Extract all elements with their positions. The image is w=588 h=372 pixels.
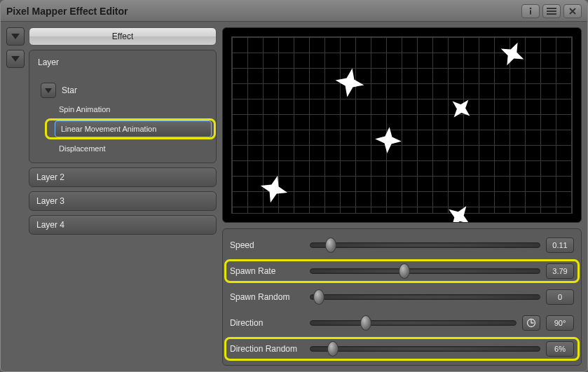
parameter-label: Spawn Rate	[230, 266, 304, 276]
info-button[interactable]	[521, 4, 540, 18]
window-title: Pixel Mapper Effect Editor	[6, 6, 519, 17]
main-area: Speed0.11Spawn Rate3.79Spawn Random0Dire…	[222, 27, 582, 366]
layer-button[interactable]: Layer 2	[29, 167, 217, 187]
parameter-label: Direction Random	[230, 344, 304, 354]
parameter-slider[interactable]	[310, 292, 540, 302]
star-shape	[449, 96, 474, 121]
sidebar: Effect Layer Star Spin AnimationLinear M…	[6, 27, 217, 366]
svg-marker-5	[496, 37, 530, 71]
slider-track	[310, 242, 540, 248]
parameter-label: Spawn Random	[230, 292, 304, 302]
svg-marker-10	[442, 199, 477, 223]
parameter-row: Direction90°	[230, 314, 574, 332]
svg-marker-6	[333, 66, 367, 99]
svg-marker-8	[374, 125, 402, 154]
star-shape	[259, 174, 289, 205]
parameter-row: Speed0.11	[230, 236, 574, 254]
tree-node-toggle[interactable]	[41, 83, 56, 98]
svg-rect-4	[547, 13, 556, 15]
star-shape	[445, 202, 473, 223]
parameter-value[interactable]: 6%	[546, 341, 574, 357]
slider-thumb[interactable]	[327, 341, 339, 357]
parameter-value[interactable]: 0.11	[546, 237, 574, 253]
content-area: Effect Layer Star Spin AnimationLinear M…	[1, 22, 587, 371]
layer-panel: Layer Star Spin AnimationLinear Movement…	[29, 50, 217, 163]
star-shape	[498, 40, 526, 68]
parameter-row: Spawn Random0	[230, 288, 574, 306]
menu-button[interactable]	[542, 4, 561, 18]
parameter-label: Speed	[230, 240, 304, 250]
direction-clock-button[interactable]	[522, 315, 540, 331]
slider-track	[310, 320, 517, 326]
parameter-value[interactable]: 3.79	[546, 263, 574, 279]
slider-track	[310, 294, 540, 300]
slider-track	[310, 268, 540, 274]
parameter-slider[interactable]	[310, 266, 540, 276]
parameter-value[interactable]: 0	[546, 289, 574, 305]
layer-button[interactable]: Layer 4	[29, 215, 217, 235]
tree-item[interactable]: Spin Animation	[56, 101, 210, 118]
titlebar: Pixel Mapper Effect Editor	[1, 1, 587, 22]
slider-thumb[interactable]	[325, 237, 336, 253]
chevron-down-icon	[45, 88, 52, 93]
tree-item[interactable]: Displacement	[56, 140, 210, 157]
svg-rect-2	[547, 8, 556, 9]
parameter-value[interactable]: 90°	[546, 315, 574, 331]
effect-button[interactable]: Effect	[29, 27, 217, 46]
slider-thumb[interactable]	[313, 289, 324, 305]
tree-item-selected[interactable]: Linear Movement Animation	[55, 120, 212, 137]
app-window: Pixel Mapper Effect Editor Effect Layer	[0, 0, 588, 372]
layer-collapse-toggle[interactable]	[6, 50, 25, 68]
svg-point-0	[530, 7, 532, 9]
preview-canvas	[222, 27, 582, 223]
slider-track	[310, 346, 540, 352]
layer-tree: Star Spin AnimationLinear Movement Anima…	[41, 80, 210, 157]
svg-marker-9	[257, 172, 291, 206]
parameter-row: Direction Random6%	[230, 340, 574, 358]
layer-panel-header: Layer	[38, 57, 210, 67]
slider-thumb[interactable]	[399, 263, 410, 279]
tree-node-label[interactable]: Star	[62, 85, 77, 95]
close-button[interactable]	[563, 4, 582, 18]
svg-marker-7	[445, 92, 477, 125]
star-shape	[334, 67, 366, 99]
star-shape	[374, 125, 403, 155]
layer-button[interactable]: Layer 3	[29, 191, 217, 211]
parameter-label: Direction	[230, 318, 304, 328]
parameter-panel: Speed0.11Spawn Rate3.79Spawn Random0Dire…	[222, 228, 582, 366]
parameter-row: Spawn Rate3.79	[230, 262, 574, 280]
slider-thumb[interactable]	[360, 315, 371, 331]
parameter-slider[interactable]	[310, 318, 517, 328]
svg-rect-3	[547, 11, 556, 12]
chevron-down-icon	[11, 56, 20, 62]
parameter-slider[interactable]	[310, 240, 540, 250]
parameter-slider[interactable]	[310, 344, 540, 354]
svg-rect-1	[530, 10, 531, 14]
chevron-down-icon	[11, 34, 20, 39]
effect-collapse-toggle[interactable]	[6, 27, 25, 46]
